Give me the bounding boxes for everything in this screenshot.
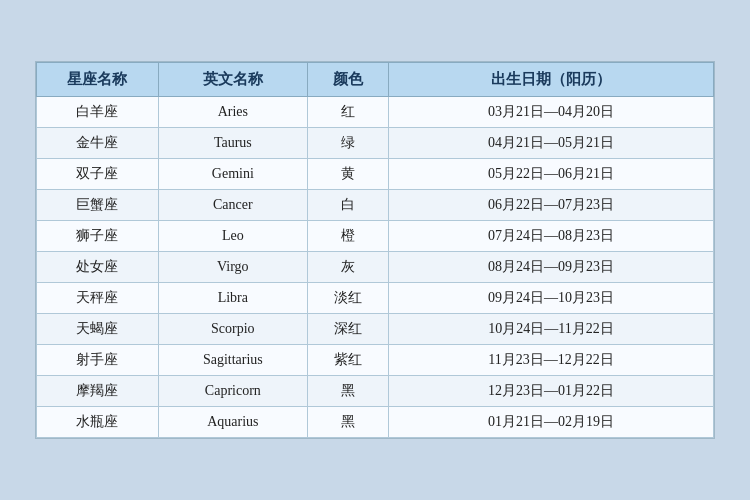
- table-row: 天秤座Libra淡红09月24日—10月23日: [37, 283, 714, 314]
- table-row: 摩羯座Capricorn黑12月23日—01月22日: [37, 376, 714, 407]
- cell-english: Libra: [158, 283, 307, 314]
- cell-chinese: 射手座: [37, 345, 159, 376]
- cell-date: 12月23日—01月22日: [389, 376, 714, 407]
- cell-chinese: 巨蟹座: [37, 190, 159, 221]
- cell-date: 01月21日—02月19日: [389, 407, 714, 438]
- cell-english: Virgo: [158, 252, 307, 283]
- table-row: 金牛座Taurus绿04月21日—05月21日: [37, 128, 714, 159]
- cell-english: Capricorn: [158, 376, 307, 407]
- cell-date: 07月24日—08月23日: [389, 221, 714, 252]
- cell-color: 白: [307, 190, 388, 221]
- cell-chinese: 金牛座: [37, 128, 159, 159]
- cell-english: Taurus: [158, 128, 307, 159]
- cell-date: 10月24日—11月22日: [389, 314, 714, 345]
- table-row: 狮子座Leo橙07月24日—08月23日: [37, 221, 714, 252]
- cell-chinese: 处女座: [37, 252, 159, 283]
- table-row: 天蝎座Scorpio深红10月24日—11月22日: [37, 314, 714, 345]
- cell-date: 08月24日—09月23日: [389, 252, 714, 283]
- table-body: 白羊座Aries红03月21日—04月20日金牛座Taurus绿04月21日—0…: [37, 97, 714, 438]
- zodiac-table: 星座名称 英文名称 颜色 出生日期（阳历） 白羊座Aries红03月21日—04…: [36, 62, 714, 438]
- cell-color: 黑: [307, 376, 388, 407]
- table-row: 双子座Gemini黄05月22日—06月21日: [37, 159, 714, 190]
- cell-english: Gemini: [158, 159, 307, 190]
- cell-chinese: 水瓶座: [37, 407, 159, 438]
- table-row: 处女座Virgo灰08月24日—09月23日: [37, 252, 714, 283]
- cell-color: 淡红: [307, 283, 388, 314]
- cell-color: 红: [307, 97, 388, 128]
- cell-date: 03月21日—04月20日: [389, 97, 714, 128]
- cell-color: 紫红: [307, 345, 388, 376]
- table-row: 水瓶座Aquarius黑01月21日—02月19日: [37, 407, 714, 438]
- header-english: 英文名称: [158, 63, 307, 97]
- cell-color: 黑: [307, 407, 388, 438]
- cell-chinese: 双子座: [37, 159, 159, 190]
- cell-color: 黄: [307, 159, 388, 190]
- cell-english: Scorpio: [158, 314, 307, 345]
- cell-english: Sagittarius: [158, 345, 307, 376]
- cell-color: 绿: [307, 128, 388, 159]
- cell-english: Leo: [158, 221, 307, 252]
- cell-date: 09月24日—10月23日: [389, 283, 714, 314]
- cell-chinese: 天蝎座: [37, 314, 159, 345]
- cell-english: Aries: [158, 97, 307, 128]
- cell-english: Aquarius: [158, 407, 307, 438]
- cell-color: 深红: [307, 314, 388, 345]
- header-date: 出生日期（阳历）: [389, 63, 714, 97]
- table-header-row: 星座名称 英文名称 颜色 出生日期（阳历）: [37, 63, 714, 97]
- cell-date: 04月21日—05月21日: [389, 128, 714, 159]
- cell-color: 灰: [307, 252, 388, 283]
- header-chinese: 星座名称: [37, 63, 159, 97]
- table-row: 白羊座Aries红03月21日—04月20日: [37, 97, 714, 128]
- cell-chinese: 摩羯座: [37, 376, 159, 407]
- table-row: 巨蟹座Cancer白06月22日—07月23日: [37, 190, 714, 221]
- header-color: 颜色: [307, 63, 388, 97]
- cell-date: 05月22日—06月21日: [389, 159, 714, 190]
- cell-color: 橙: [307, 221, 388, 252]
- cell-chinese: 天秤座: [37, 283, 159, 314]
- cell-chinese: 狮子座: [37, 221, 159, 252]
- zodiac-table-container: 星座名称 英文名称 颜色 出生日期（阳历） 白羊座Aries红03月21日—04…: [35, 61, 715, 439]
- cell-chinese: 白羊座: [37, 97, 159, 128]
- cell-date: 11月23日—12月22日: [389, 345, 714, 376]
- table-row: 射手座Sagittarius紫红11月23日—12月22日: [37, 345, 714, 376]
- cell-date: 06月22日—07月23日: [389, 190, 714, 221]
- cell-english: Cancer: [158, 190, 307, 221]
